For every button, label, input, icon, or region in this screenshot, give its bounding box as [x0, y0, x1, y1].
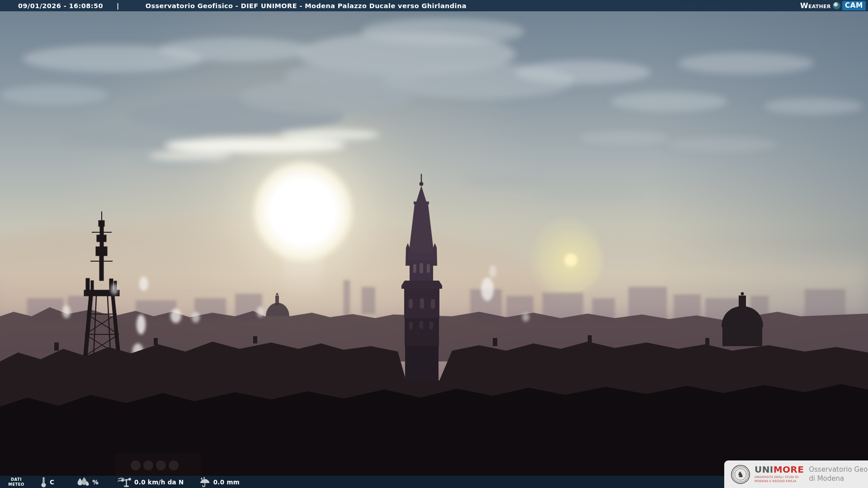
thermometer-icon [41, 477, 47, 488]
observatory-name: Osservatorio Geofisico di Modena [809, 465, 868, 483]
unimore-badge[interactable]: ♞ UNIMORE UNIVERSITÀ DEGLI STUDI DI MODE… [724, 460, 868, 488]
camera-lens-icon [833, 2, 840, 9]
datetime-text: 09/01/2026 - 16:08:50 [18, 2, 103, 9]
camera-title: Osservatorio Geofisico - DIEF UNIMORE - … [146, 2, 467, 9]
wind-value: 0.0 km/h da N [134, 479, 184, 486]
humidity-value: % [92, 479, 99, 486]
umbrella-rain-icon [199, 477, 210, 488]
svg-text:♞: ♞ [737, 470, 744, 479]
unimore-wordmark: UNIMORE [755, 465, 804, 474]
sun [250, 158, 356, 265]
university-seal-icon: ♞ [731, 465, 750, 484]
water-drops-icon [77, 477, 89, 487]
weathercam-logo-weather: Weather [800, 1, 831, 10]
anemometer-icon [118, 477, 131, 487]
rain-readout: 0.0 mm [199, 477, 240, 488]
humidity-readout: % [77, 477, 99, 487]
weathercam-logo-cam: CAM [842, 1, 866, 10]
weathercam-logo[interactable]: Weather CAM [800, 1, 866, 10]
webcam-frame: 09/01/2026 - 16:08:50 | Osservatorio Geo… [0, 0, 868, 488]
webcam-photo [0, 0, 868, 488]
wind-readout: 0.0 km/h da N [118, 477, 184, 487]
rain-value: 0.0 mm [213, 479, 240, 486]
unimore-logo: UNIMORE UNIVERSITÀ DEGLI STUDI DI MODENA… [755, 465, 804, 483]
temperature-value: C [50, 479, 54, 486]
dati-meteo-label: DATI METEO [5, 477, 28, 487]
lens-flare [532, 220, 603, 300]
temperature-readout: C [41, 477, 54, 488]
top-overlay-bar: 09/01/2026 - 16:08:50 | Osservatorio Geo… [0, 0, 868, 11]
separator: | [117, 2, 119, 9]
university-caption: UNIVERSITÀ DEGLI STUDI DI MODENA E REGGI… [755, 475, 804, 483]
